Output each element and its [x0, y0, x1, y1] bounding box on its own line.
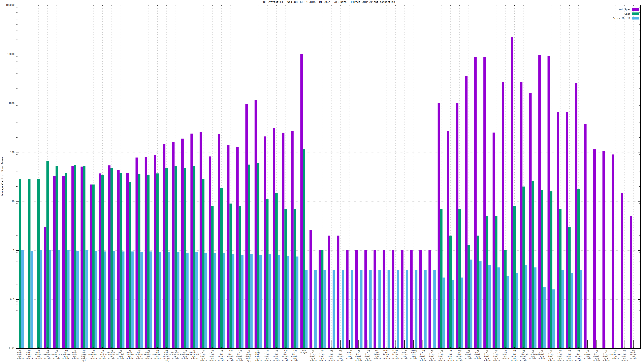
bar-score — [168, 252, 170, 349]
bar-not-spam — [575, 83, 578, 349]
bar-spam — [541, 190, 543, 349]
bar-score — [58, 250, 60, 349]
bar-score — [498, 268, 500, 349]
bar-spam — [166, 168, 168, 349]
bar-spam — [449, 236, 452, 349]
y-tick-label: 0.1 — [10, 298, 14, 301]
bar-score — [150, 251, 152, 349]
bar-score — [571, 273, 573, 349]
bar-spam — [458, 209, 461, 349]
bar-not-spam — [557, 112, 559, 349]
bar-score — [278, 255, 280, 349]
bar-score — [85, 250, 88, 349]
bar-not-spam — [484, 57, 486, 349]
bar-not-spam — [227, 145, 230, 349]
bar-score — [415, 270, 418, 349]
bar-not-spam — [44, 227, 46, 349]
legend-swatch-score — [632, 17, 639, 19]
bar-not-spam — [410, 250, 412, 349]
bar-spam — [248, 164, 250, 349]
bar-spam — [120, 173, 122, 349]
legend-label-not-spam: Not Spam — [619, 8, 630, 11]
bar-spam — [202, 179, 204, 349]
bar-spam — [578, 189, 580, 349]
bar-spam — [532, 181, 534, 349]
bar-not-spam — [337, 236, 339, 349]
bar-spam — [56, 166, 58, 349]
bar-score — [378, 270, 381, 349]
bar-score — [287, 256, 289, 349]
bar-not-spam — [474, 57, 477, 349]
bar-score — [104, 251, 106, 349]
bar-not-spam — [200, 132, 202, 349]
bar-score — [250, 254, 252, 349]
bar-spam — [83, 166, 85, 349]
bar-spam — [92, 184, 94, 349]
bar-score — [76, 251, 79, 349]
bar-score — [30, 251, 33, 349]
bar-score — [433, 270, 436, 349]
bar-spam — [550, 191, 552, 349]
bar-spam — [266, 199, 268, 349]
bar-spam — [294, 209, 296, 349]
bar-score — [543, 287, 546, 349]
bar-score — [397, 270, 399, 349]
bar-not-spam — [154, 155, 156, 349]
bar-not-spam — [401, 250, 404, 349]
bar-score — [204, 253, 207, 349]
bar-score — [232, 254, 234, 349]
bar-not-spam — [181, 139, 184, 349]
bar-score — [461, 278, 463, 349]
bar-not-spam — [190, 134, 193, 349]
y-tick-label: 1 — [13, 249, 14, 252]
bar-score — [369, 270, 372, 349]
bar-score — [67, 250, 70, 349]
x-tick-label: 2ff03.iadb.isipp.comorigin — [392, 349, 399, 359]
bar-not-spam — [236, 147, 239, 349]
bar-spam — [220, 188, 223, 349]
bar-score — [580, 270, 582, 349]
bar-not-spam — [291, 131, 294, 349]
bar-score — [94, 251, 97, 349]
bar-spam — [184, 168, 186, 349]
x-tick-label: 36409@iadb.isipp.comorigin — [410, 349, 418, 359]
bar-not-spam — [53, 176, 56, 349]
y-axis-label: Message Count or Spam Score — [1, 157, 4, 196]
bar-not-spam — [548, 56, 550, 349]
bar-spam — [486, 216, 488, 349]
bar-score — [21, 250, 24, 349]
bar-spam — [514, 206, 516, 349]
bar-not-spam — [630, 216, 632, 349]
bar-spam — [211, 206, 214, 349]
bar-not-spam — [254, 100, 257, 349]
y-tick-label: 100 — [10, 151, 14, 154]
bar-not-spam — [90, 184, 92, 349]
y-tick-label: 10 — [12, 200, 14, 203]
bar-score — [516, 273, 518, 349]
bar-not-spam — [511, 37, 514, 349]
bar-not-spam — [264, 136, 266, 349]
bar-spam — [129, 182, 131, 349]
bar-not-spam — [300, 54, 303, 349]
legend-swatch-spam — [632, 12, 639, 15]
legend-label-spam: Spam — [624, 12, 630, 15]
bar-not-spam — [428, 250, 431, 349]
bar-not-spam — [62, 176, 64, 349]
bar-score — [223, 253, 225, 349]
bar-spam — [138, 174, 140, 349]
bar-score — [140, 252, 143, 349]
bar-score — [122, 251, 124, 349]
bar-not-spam — [145, 157, 147, 349]
bar-not-spam — [328, 236, 330, 349]
bar-not-spam — [163, 144, 166, 349]
bar-not-spam — [310, 230, 312, 349]
bar-not-spam — [420, 250, 422, 349]
bar-spam — [522, 187, 525, 349]
bar-not-spam — [383, 250, 385, 349]
x-tick-label: 6@spam.dnsbl.sorbs.netorigin — [255, 349, 262, 361]
chart-title: RBL Statistics - Wed Jul 13 12:58:05 EDT… — [262, 0, 395, 3]
bar-score — [177, 252, 179, 349]
bar-spam — [46, 161, 49, 349]
bar-spam — [28, 179, 30, 349]
bar-not-spam — [447, 131, 449, 349]
